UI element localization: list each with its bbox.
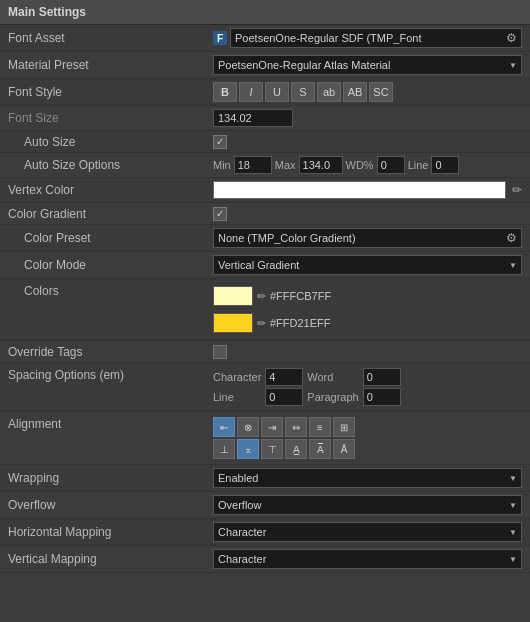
color-gradient-row: Color Gradient (0, 203, 530, 225)
horizontal-mapping-label: Horizontal Mapping (8, 525, 213, 539)
line-label: Line (408, 159, 429, 171)
material-preset-value: PoetsenOne-Regular Atlas Material ▼ (213, 55, 522, 75)
align-center-button[interactable]: ⊗ (237, 417, 259, 437)
word-spacing-label: Word (307, 371, 358, 383)
eyedropper-icon[interactable]: ✏ (512, 183, 522, 197)
overflow-row: Overflow Overflow ▼ (0, 492, 530, 519)
font-asset-settings-icon[interactable]: ⚙ (506, 31, 517, 45)
auto-size-options-value: Min Max WD% Line (213, 156, 522, 174)
wd-label: WD% (346, 159, 374, 171)
auto-size-checkbox[interactable] (213, 135, 227, 149)
word-spacing-input[interactable] (363, 368, 401, 386)
char-spacing-input[interactable] (265, 368, 303, 386)
override-tags-row: Override Tags (0, 341, 530, 363)
max-label: Max (275, 159, 296, 171)
wrapping-row: Wrapping Enabled ▼ (0, 465, 530, 492)
font-size-input[interactable] (213, 109, 293, 127)
style-lowercase-button[interactable]: ab (317, 82, 341, 102)
color-preset-text: None (TMP_Color Gradient) (218, 232, 356, 244)
auto-size-line-input[interactable] (431, 156, 459, 174)
style-italic-button[interactable]: I (239, 82, 263, 102)
override-tags-checkbox[interactable] (213, 345, 227, 359)
font-size-label: Font Size (8, 111, 213, 125)
font-style-row: Font Style B I U S ab AB SC (0, 79, 530, 106)
auto-size-options-label: Auto Size Options (8, 158, 213, 172)
char-spacing-label: Character (213, 371, 261, 383)
vertex-color-value: ✏ (213, 181, 522, 199)
color-edit-icon-1[interactable]: ✏ (257, 290, 266, 303)
auto-size-max-input[interactable] (299, 156, 343, 174)
style-button-group: B I U S ab AB SC (213, 82, 393, 102)
color-preset-label: Color Preset (8, 231, 213, 245)
alignment-row-1: ⇤ ⊗ ⇥ ⇔ ≡ ⊞ (213, 417, 355, 437)
wrapping-label: Wrapping (8, 471, 213, 485)
colors-label: Colors (8, 284, 213, 298)
auto-size-wd-input[interactable] (377, 156, 405, 174)
color-preset-row: Color Preset None (TMP_Color Gradient) ⚙ (0, 225, 530, 252)
color-gradient-checkbox[interactable] (213, 207, 227, 221)
align-flush-button[interactable]: ⊞ (333, 417, 355, 437)
color-mode-dropdown[interactable]: Vertical Gradient ▼ (213, 255, 522, 275)
font-asset-row: Font Asset F PoetsenOne-Regular SDF (TMP… (0, 25, 530, 52)
vertex-color-label: Vertex Color (8, 183, 213, 197)
align-right-button[interactable]: ⇥ (261, 417, 283, 437)
vertex-color-swatch[interactable] (213, 181, 506, 199)
color-edit-icon-2[interactable]: ✏ (257, 317, 266, 330)
vertical-mapping-value: Character ▼ (213, 549, 522, 569)
color-preset-dropdown[interactable]: None (TMP_Color Gradient) ⚙ (213, 228, 522, 248)
auto-size-label: Auto Size (8, 135, 213, 149)
align-justify-left-button[interactable]: ≡ (309, 417, 331, 437)
align-left-button[interactable]: ⇤ (213, 417, 235, 437)
style-underline-button[interactable]: U (265, 82, 289, 102)
font-size-row: Font Size (0, 106, 530, 131)
material-preset-dropdown[interactable]: PoetsenOne-Regular Atlas Material ▼ (213, 55, 522, 75)
align-baseline-b-button[interactable]: A̅ (309, 439, 331, 459)
font-asset-text: PoetsenOne-Regular SDF (TMP_Font (235, 32, 421, 44)
wrapping-dropdown[interactable]: Enabled ▼ (213, 468, 522, 488)
wrapping-arrow: ▼ (509, 474, 517, 483)
alignment-row-2: ⊥ ⌅ ⊤ A̲ A̅ Ä (213, 439, 355, 459)
vertical-mapping-dropdown[interactable]: Character ▼ (213, 549, 522, 569)
para-spacing-label: Paragraph (307, 391, 358, 403)
vertex-color-row: Vertex Color ✏ (0, 178, 530, 203)
font-asset-label: Font Asset (8, 31, 213, 45)
font-asset-dropdown[interactable]: PoetsenOne-Regular SDF (TMP_Font ⚙ (230, 28, 522, 48)
line-spacing-input[interactable] (265, 388, 303, 406)
color-mode-arrow: ▼ (509, 261, 517, 270)
material-preset-text: PoetsenOne-Regular Atlas Material (218, 59, 390, 71)
auto-size-min-input[interactable] (234, 156, 272, 174)
align-middle-button[interactable]: ⌅ (237, 439, 259, 459)
auto-size-options-row: Auto Size Options Min Max WD% Line (0, 153, 530, 178)
align-baseline-c-button[interactable]: Ä (333, 439, 355, 459)
vertical-mapping-arrow: ▼ (509, 555, 517, 564)
para-spacing-input[interactable] (363, 388, 401, 406)
horizontal-mapping-text: Character (218, 526, 266, 538)
color-swatch-1[interactable] (213, 286, 253, 306)
overflow-arrow: ▼ (509, 501, 517, 510)
style-strikethrough-button[interactable]: S (291, 82, 315, 102)
align-bottom-button[interactable]: ⊤ (261, 439, 283, 459)
color-row-2: ✏ #FFD21EFF (213, 311, 331, 335)
horizontal-mapping-row: Horizontal Mapping Character ▼ (0, 519, 530, 546)
color-preset-settings-icon[interactable]: ⚙ (506, 231, 517, 245)
material-preset-arrow: ▼ (509, 61, 517, 70)
overflow-text: Overflow (218, 499, 261, 511)
wrapping-value: Enabled ▼ (213, 468, 522, 488)
main-settings-panel: Main Settings Font Asset F PoetsenOne-Re… (0, 0, 530, 573)
color-swatch-2[interactable] (213, 313, 253, 333)
alignment-label: Alignment (8, 417, 213, 431)
align-top-button[interactable]: ⊥ (213, 439, 235, 459)
overflow-dropdown[interactable]: Overflow ▼ (213, 495, 522, 515)
style-smallcaps-button[interactable]: SC (369, 82, 393, 102)
panel-header: Main Settings (0, 0, 530, 25)
font-asset-value: F PoetsenOne-Regular SDF (TMP_Font ⚙ (213, 28, 522, 48)
align-baseline-a-button[interactable]: A̲ (285, 439, 307, 459)
style-uppercase-button[interactable]: AB (343, 82, 367, 102)
wrapping-text: Enabled (218, 472, 258, 484)
vertical-mapping-text: Character (218, 553, 266, 565)
spacing-options-value: Character Word Line Paragraph (213, 368, 522, 406)
style-bold-button[interactable]: B (213, 82, 237, 102)
font-style-buttons: B I U S ab AB SC (213, 82, 522, 102)
horizontal-mapping-dropdown[interactable]: Character ▼ (213, 522, 522, 542)
align-justify-button[interactable]: ⇔ (285, 417, 307, 437)
